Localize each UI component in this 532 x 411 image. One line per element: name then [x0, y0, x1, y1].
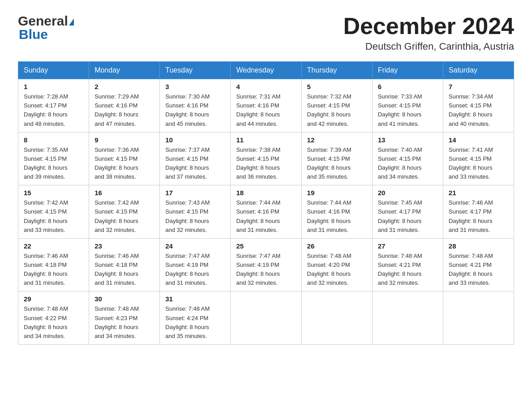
- calendar-cell: 14Sunrise: 7:41 AMSunset: 4:15 PMDayligh…: [443, 132, 514, 185]
- day-number: 21: [449, 189, 508, 197]
- day-info: Sunrise: 7:31 AMSunset: 4:16 PMDaylight:…: [236, 92, 296, 128]
- day-info: Sunrise: 7:48 AMSunset: 4:24 PMDaylight:…: [165, 304, 225, 341]
- day-info: Sunrise: 7:28 AMSunset: 4:17 PMDaylight:…: [24, 92, 83, 128]
- day-info: Sunrise: 7:35 AMSunset: 4:15 PMDaylight:…: [24, 146, 83, 182]
- day-number: 11: [236, 136, 296, 144]
- day-info: Sunrise: 7:44 AMSunset: 4:16 PMDaylight:…: [307, 198, 367, 235]
- day-number: 13: [378, 136, 438, 144]
- calendar-cell: 21Sunrise: 7:46 AMSunset: 4:17 PMDayligh…: [443, 185, 514, 239]
- calendar-cell: 24Sunrise: 7:47 AMSunset: 4:19 PMDayligh…: [160, 238, 231, 291]
- calendar-cell: 18Sunrise: 7:44 AMSunset: 4:16 PMDayligh…: [231, 185, 301, 239]
- day-number: 31: [165, 295, 225, 303]
- calendar-week-row: 29Sunrise: 7:48 AMSunset: 4:22 PMDayligh…: [18, 291, 514, 345]
- calendar-cell: 20Sunrise: 7:45 AMSunset: 4:17 PMDayligh…: [372, 185, 443, 239]
- calendar-cell: 22Sunrise: 7:46 AMSunset: 4:18 PMDayligh…: [18, 238, 89, 291]
- logo-general-text: General: [18, 13, 68, 29]
- day-info: Sunrise: 7:47 AMSunset: 4:19 PMDaylight:…: [165, 252, 225, 288]
- calendar-cell: 27Sunrise: 7:48 AMSunset: 4:21 PMDayligh…: [372, 238, 443, 291]
- day-info: Sunrise: 7:48 AMSunset: 4:20 PMDaylight:…: [307, 252, 367, 288]
- title-section: December 2024 Deutsch Griffen, Carinthia…: [343, 13, 514, 52]
- month-title: December 2024: [343, 13, 514, 39]
- day-info: Sunrise: 7:43 AMSunset: 4:15 PMDaylight:…: [165, 198, 225, 235]
- calendar-cell: 26Sunrise: 7:48 AMSunset: 4:20 PMDayligh…: [301, 238, 372, 291]
- calendar-week-row: 8Sunrise: 7:35 AMSunset: 4:15 PMDaylight…: [18, 132, 514, 185]
- day-number: 22: [24, 242, 83, 250]
- calendar-cell: [443, 291, 514, 345]
- day-number: 28: [449, 242, 508, 250]
- calendar-cell: 28Sunrise: 7:48 AMSunset: 4:21 PMDayligh…: [443, 238, 514, 291]
- calendar-cell: 30Sunrise: 7:48 AMSunset: 4:23 PMDayligh…: [89, 291, 160, 345]
- day-number: 14: [449, 136, 508, 144]
- calendar-cell: 19Sunrise: 7:44 AMSunset: 4:16 PMDayligh…: [301, 185, 372, 239]
- calendar-cell: 13Sunrise: 7:40 AMSunset: 4:15 PMDayligh…: [372, 132, 443, 185]
- weekday-header-sunday: Sunday: [18, 62, 89, 79]
- calendar-cell: 31Sunrise: 7:48 AMSunset: 4:24 PMDayligh…: [160, 291, 231, 345]
- day-number: 4: [236, 83, 296, 90]
- day-number: 17: [165, 189, 225, 197]
- day-number: 7: [449, 83, 508, 90]
- calendar-cell: [231, 291, 301, 345]
- day-info: Sunrise: 7:44 AMSunset: 4:16 PMDaylight:…: [236, 198, 296, 235]
- day-info: Sunrise: 7:45 AMSunset: 4:17 PMDaylight:…: [378, 198, 438, 235]
- calendar-cell: 16Sunrise: 7:42 AMSunset: 4:15 PMDayligh…: [89, 185, 160, 239]
- day-info: Sunrise: 7:33 AMSunset: 4:15 PMDaylight:…: [378, 92, 438, 128]
- day-info: Sunrise: 7:34 AMSunset: 4:15 PMDaylight:…: [449, 92, 508, 128]
- calendar-cell: 25Sunrise: 7:47 AMSunset: 4:19 PMDayligh…: [231, 238, 301, 291]
- calendar-cell: 2Sunrise: 7:29 AMSunset: 4:16 PMDaylight…: [89, 79, 160, 133]
- day-number: 23: [94, 242, 154, 250]
- day-info: Sunrise: 7:32 AMSunset: 4:15 PMDaylight:…: [307, 92, 367, 128]
- day-info: Sunrise: 7:36 AMSunset: 4:15 PMDaylight:…: [94, 146, 154, 182]
- calendar-cell: 6Sunrise: 7:33 AMSunset: 4:15 PMDaylight…: [372, 79, 443, 133]
- calendar-week-row: 15Sunrise: 7:42 AMSunset: 4:15 PMDayligh…: [18, 185, 514, 239]
- day-number: 1: [24, 83, 83, 90]
- calendar-cell: [372, 291, 443, 345]
- day-number: 2: [94, 83, 154, 90]
- calendar-cell: 17Sunrise: 7:43 AMSunset: 4:15 PMDayligh…: [160, 185, 231, 239]
- day-info: Sunrise: 7:48 AMSunset: 4:21 PMDaylight:…: [378, 252, 438, 288]
- calendar-cell: 4Sunrise: 7:31 AMSunset: 4:16 PMDaylight…: [231, 79, 301, 133]
- weekday-header-wednesday: Wednesday: [231, 62, 301, 79]
- calendar-cell: 15Sunrise: 7:42 AMSunset: 4:15 PMDayligh…: [18, 185, 89, 239]
- calendar-cell: 7Sunrise: 7:34 AMSunset: 4:15 PMDaylight…: [443, 79, 514, 133]
- day-info: Sunrise: 7:48 AMSunset: 4:22 PMDaylight:…: [24, 304, 83, 341]
- day-number: 9: [94, 136, 154, 144]
- day-info: Sunrise: 7:39 AMSunset: 4:15 PMDaylight:…: [307, 146, 367, 182]
- day-info: Sunrise: 7:48 AMSunset: 4:23 PMDaylight:…: [94, 304, 154, 341]
- day-info: Sunrise: 7:37 AMSunset: 4:15 PMDaylight:…: [165, 146, 225, 182]
- day-number: 27: [378, 242, 438, 250]
- day-info: Sunrise: 7:38 AMSunset: 4:15 PMDaylight:…: [236, 146, 296, 182]
- weekday-header-saturday: Saturday: [443, 62, 514, 79]
- day-number: 29: [24, 295, 83, 303]
- calendar-cell: 10Sunrise: 7:37 AMSunset: 4:15 PMDayligh…: [160, 132, 231, 185]
- calendar-cell: 11Sunrise: 7:38 AMSunset: 4:15 PMDayligh…: [231, 132, 301, 185]
- day-info: Sunrise: 7:47 AMSunset: 4:19 PMDaylight:…: [236, 252, 296, 288]
- day-number: 26: [307, 242, 367, 250]
- day-number: 18: [236, 189, 296, 197]
- day-info: Sunrise: 7:30 AMSunset: 4:16 PMDaylight:…: [165, 92, 225, 128]
- day-info: Sunrise: 7:29 AMSunset: 4:16 PMDaylight:…: [94, 92, 154, 128]
- calendar-cell: 29Sunrise: 7:48 AMSunset: 4:22 PMDayligh…: [18, 291, 89, 345]
- calendar-cell: 8Sunrise: 7:35 AMSunset: 4:15 PMDaylight…: [18, 132, 89, 185]
- day-info: Sunrise: 7:41 AMSunset: 4:15 PMDaylight:…: [449, 146, 508, 182]
- day-number: 20: [378, 189, 438, 197]
- logo-triangle-icon: [69, 18, 74, 26]
- calendar-week-row: 1Sunrise: 7:28 AMSunset: 4:17 PMDaylight…: [18, 79, 514, 133]
- weekday-header-friday: Friday: [372, 62, 443, 79]
- page-header: General Blue December 2024 Deutsch Griff…: [18, 13, 514, 52]
- day-info: Sunrise: 7:48 AMSunset: 4:21 PMDaylight:…: [449, 252, 508, 288]
- day-info: Sunrise: 7:46 AMSunset: 4:18 PMDaylight:…: [24, 252, 83, 288]
- day-info: Sunrise: 7:40 AMSunset: 4:15 PMDaylight:…: [378, 146, 438, 182]
- calendar-cell: 9Sunrise: 7:36 AMSunset: 4:15 PMDaylight…: [89, 132, 160, 185]
- weekday-header-tuesday: Tuesday: [160, 62, 231, 79]
- day-info: Sunrise: 7:42 AMSunset: 4:15 PMDaylight:…: [24, 198, 83, 235]
- calendar-week-row: 22Sunrise: 7:46 AMSunset: 4:18 PMDayligh…: [18, 238, 514, 291]
- calendar-cell: 3Sunrise: 7:30 AMSunset: 4:16 PMDaylight…: [160, 79, 231, 133]
- day-info: Sunrise: 7:42 AMSunset: 4:15 PMDaylight:…: [94, 198, 154, 235]
- day-number: 6: [378, 83, 438, 90]
- day-number: 3: [165, 83, 225, 90]
- weekday-header-row: SundayMondayTuesdayWednesdayThursdayFrid…: [18, 62, 514, 79]
- day-number: 8: [24, 136, 83, 144]
- calendar-cell: 12Sunrise: 7:39 AMSunset: 4:15 PMDayligh…: [301, 132, 372, 185]
- weekday-header-thursday: Thursday: [301, 62, 372, 79]
- day-number: 30: [94, 295, 154, 303]
